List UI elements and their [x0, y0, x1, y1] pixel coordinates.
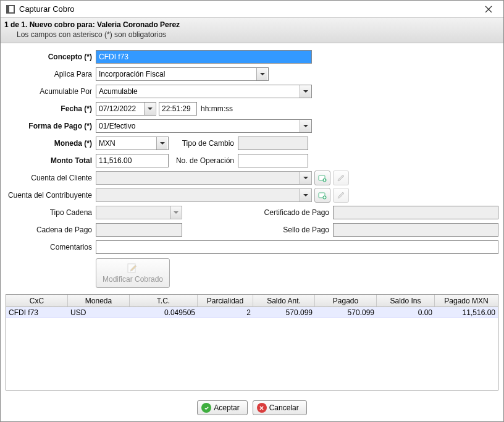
app-icon: [6, 4, 15, 14]
chevron-down-icon: [300, 85, 311, 98]
chevron-down-icon: [170, 206, 181, 219]
cuenta-contrib-select[interactable]: [96, 188, 312, 202]
monto-total-input[interactable]: [96, 154, 169, 167]
chevron-down-icon: [300, 172, 311, 184]
label-tipo-cambio: Tipo de Cambio: [169, 139, 238, 148]
aplica-para-select[interactable]: Incorporación Fiscal: [96, 67, 269, 81]
concepto-input[interactable]: [96, 50, 312, 64]
check-icon: [201, 403, 211, 413]
x-icon: [257, 403, 267, 413]
cuenta-cliente-select[interactable]: [96, 171, 312, 185]
grid-header: CxC Moneda T.C. Parcialidad Saldo Ant. P…: [6, 295, 498, 307]
fecha-input[interactable]: 07/12/2022: [96, 102, 156, 116]
add-account-button[interactable]: [314, 171, 330, 185]
chevron-down-icon: [300, 120, 311, 132]
col-tc[interactable]: T.C.: [130, 295, 198, 306]
label-cadena-pago: Cadena de Pago: [6, 226, 96, 234]
label-monto-total: Monto Total: [6, 156, 96, 165]
add-account-button-2[interactable]: [314, 188, 330, 203]
hora-input[interactable]: [159, 102, 197, 116]
label-fecha: Fecha (*): [6, 104, 96, 113]
label-comentarios: Comentarios: [6, 243, 96, 251]
label-cuenta-cliente: Cuenta del Cliente: [6, 174, 96, 182]
cancelar-button[interactable]: Cancelar: [253, 400, 307, 415]
header-line2: Los campos con asterisco (*) son obligat…: [4, 30, 500, 39]
grid-row[interactable]: CFDI f73 USD 0.049505 2 570.099 570.099 …: [6, 307, 498, 318]
chevron-down-icon: [144, 103, 155, 115]
grid: CxC Moneda T.C. Parcialidad Saldo Ant. P…: [6, 294, 498, 390]
label-no-operacion: No. de Operación: [169, 156, 238, 165]
titlebar: Capturar Cobro: [1, 1, 503, 18]
edit-account-button-2: [333, 188, 349, 203]
col-cxc[interactable]: CxC: [6, 295, 68, 306]
edit-account-button: [333, 171, 349, 185]
comentarios-input[interactable]: [96, 240, 498, 254]
header-band: 1 de 1. Nuevo cobro para: Valeria Corona…: [1, 18, 503, 43]
col-pagado-mxn[interactable]: Pagado MXN: [435, 295, 498, 306]
chevron-down-icon: [300, 189, 311, 201]
aceptar-button[interactable]: Aceptar: [197, 400, 247, 415]
moneda-select[interactable]: MXN: [96, 137, 169, 150]
label-aplica-para: Aplica Para: [6, 70, 96, 78]
cert-pago-input: [333, 206, 498, 219]
label-tipo-cadena: Tipo Cadena: [6, 208, 96, 217]
tipo-cadena-select: [96, 206, 182, 219]
forma-pago-select[interactable]: 01/Efectivo: [96, 119, 312, 133]
window-title: Capturar Cobro: [19, 4, 479, 14]
close-button[interactable]: [479, 3, 498, 15]
modificar-cobrado-button: Modificar Cobrado: [96, 258, 170, 288]
label-hhmmss: hh:mm:ss: [197, 104, 237, 113]
label-acumulable: Acumulable Por: [6, 87, 96, 96]
col-pagado[interactable]: Pagado: [315, 295, 377, 306]
tipo-cambio-input: [238, 137, 308, 150]
sello-pago-input: [333, 223, 498, 237]
form-area: Concepto (*) Aplica Para Incorporación F…: [1, 43, 503, 293]
chevron-down-icon: [156, 137, 167, 150]
label-cert-pago: Certificado de Pago: [261, 208, 333, 217]
cadena-pago-input: [96, 223, 182, 237]
header-line1: 1 de 1. Nuevo cobro para: Valeria Corona…: [4, 20, 500, 29]
label-sello-pago: Sello de Pago: [279, 226, 333, 234]
label-forma-pago: Forma de Pago (*): [6, 122, 96, 130]
svg-rect-1: [7, 6, 9, 13]
col-moneda[interactable]: Moneda: [68, 295, 130, 306]
no-operacion-input[interactable]: [238, 154, 308, 167]
label-concepto: Concepto (*): [6, 53, 96, 61]
label-moneda: Moneda (*): [6, 139, 96, 148]
chevron-down-icon: [256, 68, 267, 80]
label-cuenta-contrib: Cuenta del Contribuyente: [6, 191, 96, 200]
col-saldo-ins[interactable]: Saldo Ins: [377, 295, 435, 306]
acumulable-select[interactable]: Acumulable: [96, 85, 312, 98]
edit-document-icon: [127, 263, 139, 274]
col-saldo-ant[interactable]: Saldo Ant.: [253, 295, 315, 306]
col-parcialidad[interactable]: Parcialidad: [198, 295, 253, 306]
footer: Aceptar Cancelar: [1, 395, 503, 421]
modificar-cobrado-label: Modificar Cobrado: [103, 275, 163, 284]
